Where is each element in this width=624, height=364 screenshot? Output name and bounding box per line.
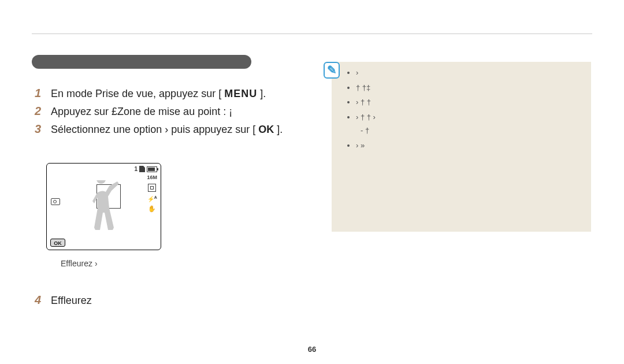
note-icon: ✎ xyxy=(324,62,340,79)
ok-button-label: OK xyxy=(258,124,274,135)
drive-mode-icon xyxy=(51,198,60,205)
note-bullet: › † † xyxy=(356,96,582,108)
step-1: 1 En mode Prise de vue, appuyez sur [ ME… xyxy=(35,86,312,101)
step-number: 3 xyxy=(35,121,51,137)
sd-card-icon xyxy=(139,166,145,172)
step-4: 4 Effleurez xyxy=(35,292,312,310)
step-body: Sélectionnez une option › puis appuyez s… xyxy=(51,121,312,136)
step-1-pre: En mode Prise de vue, appuyez sur [ xyxy=(51,88,221,99)
note-bullet: › † † › † xyxy=(356,112,582,136)
screenshot-caption: Effleurez › xyxy=(61,259,205,268)
flash-icon: A xyxy=(147,195,157,202)
camera-ok-button: OK xyxy=(50,239,65,247)
camera-right-stack: 16M A xyxy=(147,175,157,214)
step-number: 4 xyxy=(35,292,51,308)
note-body: › † †‡ › † † › † † › † › » xyxy=(348,67,582,154)
shot-counter: 1 xyxy=(134,166,138,172)
step-body: Effleurez xyxy=(51,292,312,307)
step-number: 1 xyxy=(35,86,51,101)
note-subbullet: † xyxy=(365,125,582,136)
step-body: En mode Prise de vue, appuyez sur [ MENU… xyxy=(51,86,312,101)
pencil-glyph: ✎ xyxy=(327,63,337,77)
battery-icon xyxy=(147,166,157,172)
step-body: Appuyez sur £Zone de mise au point : ¡ xyxy=(51,103,312,118)
note-bullet: › xyxy=(356,67,582,79)
step-1-post: ]. xyxy=(260,88,266,99)
person-silhouette xyxy=(81,180,123,250)
step-2: 2 Appuyez sur £Zone de mise au point : ¡ xyxy=(35,103,312,119)
step-list: 1 En mode Prise de vue, appuyez sur [ ME… xyxy=(35,86,312,139)
step-3-pre: Sélectionnez une option › puis appuyez s… xyxy=(51,124,255,135)
metering-icon xyxy=(148,184,156,192)
step-number: 2 xyxy=(35,103,51,119)
section-heading-pill xyxy=(32,55,251,69)
note-bullet: › » xyxy=(356,140,582,151)
note-bullet: † †‡ xyxy=(356,82,582,94)
page-number: 66 xyxy=(0,345,624,354)
step-3-post: ]. xyxy=(277,124,283,135)
top-rule xyxy=(32,34,592,34)
camera-screenshot: 1 16M A OK xyxy=(46,163,161,250)
step-3: 3 Sélectionnez une option › puis appuyez… xyxy=(35,121,312,137)
camera-top-status: 1 xyxy=(134,166,157,172)
stabilizer-icon xyxy=(148,206,156,214)
menu-button-label: MENU xyxy=(224,88,257,99)
photo-size-label: 16M xyxy=(147,175,157,180)
flash-suffix: A xyxy=(154,195,157,199)
